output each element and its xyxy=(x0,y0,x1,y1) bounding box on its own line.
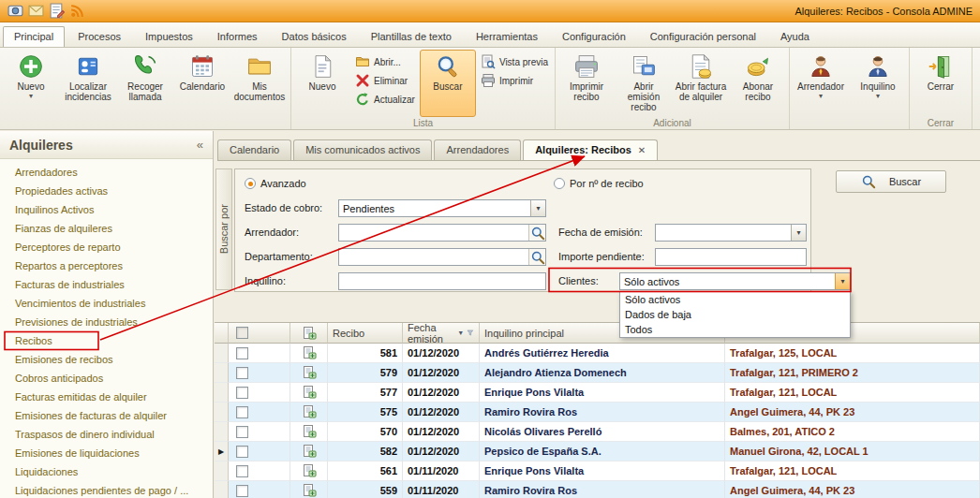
row-checkbox-cell[interactable] xyxy=(229,442,290,461)
sidebar-item-previsiones-de-industriales[interactable]: Previsiones de industriales xyxy=(0,313,213,331)
select-all-checkbox-cell[interactable] xyxy=(229,323,290,344)
option-dados-de-baja[interactable]: Dados de baja xyxy=(620,307,850,322)
abrir-emision-recibo-button[interactable]: Abrir emisión recibo xyxy=(616,50,672,117)
row-checkbox[interactable] xyxy=(236,426,248,438)
radio-avanzado[interactable]: Avanzado xyxy=(245,178,306,189)
sidebar-item-liquidaciones-pendientes-de-pago[interactable]: Liquidaciones pendientes de pago / ... xyxy=(0,481,213,498)
chevron-down-icon[interactable]: ▾ xyxy=(835,273,850,289)
clientes-select[interactable]: Sólo activos ▾ xyxy=(619,272,851,290)
feed-icon[interactable] xyxy=(69,3,85,19)
column-header-fecha-emision[interactable]: Fecha emisión ▼ xyxy=(403,323,480,344)
row-checkbox[interactable] xyxy=(236,367,248,379)
table-row[interactable]: 57001/12/2020Nicolás Olivares PerellóBal… xyxy=(215,422,980,442)
nuevo-button[interactable]: Nuevo xyxy=(294,50,350,117)
option-solo-activos[interactable]: Sólo activos xyxy=(620,292,850,307)
table-row[interactable]: 57701/12/2020Enrique Pons VilaltaTrafalg… xyxy=(215,383,980,403)
arrendador-input[interactable] xyxy=(338,224,546,242)
row-checkbox-cell[interactable] xyxy=(229,422,290,442)
abrir-factura-de-alquiler-button[interactable]: Abrir factura de alquiler xyxy=(673,50,729,117)
notes-icon[interactable] xyxy=(49,3,65,19)
abrir-button[interactable]: Abrir... xyxy=(351,53,419,70)
row-checkbox-cell[interactable] xyxy=(229,363,290,383)
row-checkbox-cell[interactable] xyxy=(229,461,290,481)
select-all-checkbox[interactable] xyxy=(236,327,248,339)
option-todos[interactable]: Todos xyxy=(620,322,850,337)
mail-icon[interactable] xyxy=(28,3,44,19)
arrendador-lookup-button[interactable] xyxy=(528,225,545,241)
sidebar-item-inquilinos-activos[interactable]: Inquilinos Activos xyxy=(0,200,213,219)
sidebar-item-repartos-a-perceptores[interactable]: Repartos a perceptores xyxy=(0,256,213,275)
estado-de-cobro-select[interactable]: Pendientes ▾ xyxy=(338,199,546,217)
table-row[interactable]: 58101/12/2020Andrés Gutiérrez HerediaTra… xyxy=(215,344,980,363)
tab-alquileres-recibos[interactable]: Alquileres: Recibos✕ xyxy=(523,139,658,160)
mis-documentos-button[interactable]: Mis documentos xyxy=(231,50,288,117)
filter-icon[interactable] xyxy=(467,328,474,338)
menu-tab-impuestos[interactable]: Impuestos xyxy=(134,26,204,47)
calendario-button[interactable]: Calendario xyxy=(174,50,230,117)
tab-arrendadores[interactable]: Arrendadores xyxy=(434,139,521,160)
row-checkbox[interactable] xyxy=(236,406,248,418)
sidebar-item-traspasos-de-dinero-individual[interactable]: Traspasos de dinero individual xyxy=(0,425,213,444)
screenshot-icon[interactable] xyxy=(7,3,23,19)
sidebar-item-vencimientos-de-industriales[interactable]: Vencimientos de industriales xyxy=(0,294,213,313)
fecha-de-emision-select[interactable]: ▾ xyxy=(655,224,807,242)
buscar-button[interactable]: Buscar xyxy=(420,50,476,117)
row-checkbox-cell[interactable] xyxy=(229,481,290,498)
inquilino-input[interactable] xyxy=(338,272,546,290)
sidebar-item-cobros-anticipados[interactable]: Cobros anticipados xyxy=(0,369,213,388)
radio-por-numero-de-recibo[interactable]: Por nº de recibo xyxy=(554,178,644,189)
menu-tab-configuracion[interactable]: Configuración xyxy=(551,26,637,47)
sidebar-item-perceptores-de-reparto[interactable]: Perceptores de reparto xyxy=(0,238,213,256)
chevron-down-icon[interactable]: ▾ xyxy=(530,200,545,216)
collapse-sidebar-icon[interactable]: « xyxy=(197,138,203,152)
localizar-incidencias-button[interactable]: Localizar incidencias xyxy=(60,50,116,117)
sidebar-item-facturas-emitidas-de-alquiler[interactable]: Facturas emitidas de alquiler xyxy=(0,388,213,406)
arrendador-button[interactable]: Arrendador▾ xyxy=(793,50,849,117)
sidebar-item-arrendadores[interactable]: Arrendadores xyxy=(0,163,213,182)
recoger-llamada-button[interactable]: Recoger llamada xyxy=(117,50,173,117)
row-checkbox[interactable] xyxy=(236,465,248,477)
sidebar-item-facturas-de-industriales[interactable]: Facturas de industriales xyxy=(0,275,213,294)
sidebar-item-emisiones-de-liquidaciones[interactable]: Emisiones de liquidaciones xyxy=(0,444,213,462)
imprimir-button[interactable]: Imprimir xyxy=(477,72,552,89)
menu-tab-informes[interactable]: Informes xyxy=(206,26,269,47)
nuevo-button[interactable]: Nuevo▾ xyxy=(3,50,59,117)
table-row[interactable]: 57901/12/2020Alejandro Atienza DomenechT… xyxy=(215,363,980,383)
tab-mis-comunicados-activos[interactable]: Mis comunicados activos xyxy=(293,139,432,160)
row-checkbox-cell[interactable] xyxy=(229,344,290,363)
sidebar-item-recibos[interactable]: Recibos xyxy=(0,331,213,350)
row-checkbox[interactable] xyxy=(236,485,248,497)
tab-calendario[interactable]: Calendario xyxy=(217,139,291,160)
menu-tab-ayuda[interactable]: Ayuda xyxy=(769,26,821,47)
sidebar-item-emisiones-de-recibos[interactable]: Emisiones de recibos xyxy=(0,350,213,369)
cerrar-button[interactable]: Cerrar xyxy=(913,50,969,117)
search-button[interactable]: Buscar xyxy=(836,170,946,193)
row-checkbox[interactable] xyxy=(236,387,248,399)
menu-tab-datos-basicos[interactable]: Datos básicos xyxy=(271,26,358,47)
departamento-input[interactable] xyxy=(338,248,546,266)
vista-previa-button[interactable]: Vista previa xyxy=(477,53,552,70)
menu-tab-configuracion-personal[interactable]: Configuración personal xyxy=(639,26,767,47)
table-row[interactable]: 55901/11/2020Ramiro Rovira RosAngel Guim… xyxy=(215,481,980,498)
menu-tab-principal[interactable]: Principal xyxy=(3,26,65,47)
importe-pendiente-input[interactable] xyxy=(655,248,807,266)
sidebar-item-emisiones-de-facturas-de-alquiler[interactable]: Emisiones de facturas de alquiler xyxy=(0,406,213,425)
chevron-down-icon[interactable]: ▾ xyxy=(791,225,806,241)
table-row[interactable]: ▶58201/12/2020Pepsico de España S.A.Manu… xyxy=(215,442,980,461)
row-checkbox[interactable] xyxy=(236,347,248,359)
close-tab-icon[interactable]: ✕ xyxy=(638,145,646,155)
table-row[interactable]: 57501/12/2020Ramiro Rovira RosAngel Guim… xyxy=(215,403,980,422)
sidebar-item-propiedades-activas[interactable]: Propiedades activas xyxy=(0,182,213,200)
row-checkbox-cell[interactable] xyxy=(229,383,290,403)
menu-tab-plantillas-de-texto[interactable]: Plantillas de texto xyxy=(360,26,463,47)
inquilino-button[interactable]: Inquilino▾ xyxy=(850,50,906,117)
column-header-recibo[interactable]: Recibo xyxy=(328,323,403,344)
departamento-lookup-button[interactable] xyxy=(528,249,545,265)
menu-tab-procesos[interactable]: Procesos xyxy=(67,26,132,47)
eliminar-button[interactable]: Eliminar xyxy=(351,72,419,89)
menu-tab-herramientas[interactable]: Herramientas xyxy=(465,26,549,47)
actualizar-button[interactable]: Actualizar xyxy=(351,91,419,108)
imprimir-recibo-button[interactable]: Imprimir recibo xyxy=(558,50,615,117)
row-checkbox[interactable] xyxy=(236,446,248,458)
abonar-recibo-button[interactable]: Abonar recibo xyxy=(730,50,786,117)
